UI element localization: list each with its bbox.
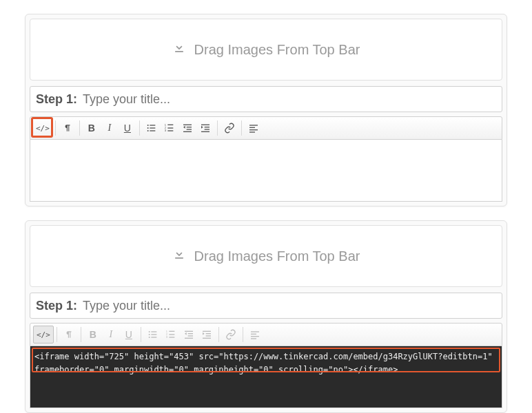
toolbar-separator: [55, 120, 56, 136]
outdent-button[interactable]: [178, 119, 196, 137]
toolbar-separator: [217, 120, 218, 136]
svg-rect-42: [206, 335, 211, 336]
align-left-button[interactable]: [245, 119, 263, 137]
svg-rect-46: [251, 336, 259, 337]
paragraph-button: [60, 326, 78, 343]
svg-rect-37: [188, 333, 193, 334]
drop-zone-label: Drag Images From Top Bar: [194, 248, 360, 264]
svg-rect-1: [150, 125, 155, 125]
outdent-button: [180, 326, 198, 343]
svg-rect-40: [203, 331, 211, 332]
step-title-row: Step 1:: [30, 293, 502, 319]
svg-point-4: [147, 130, 149, 131]
svg-rect-14: [187, 129, 192, 129]
svg-point-0: [147, 125, 149, 126]
toolbar-separator: [81, 327, 81, 342]
unordered-list-button: [144, 326, 162, 343]
svg-rect-39: [185, 338, 193, 339]
italic-button: I: [102, 326, 120, 343]
editor-toolbar: </> B I U 123: [30, 116, 502, 140]
svg-rect-43: [203, 338, 211, 339]
svg-rect-17: [205, 127, 209, 127]
editor-panel: Drag Images From Top Bar Step 1: </> B I…: [25, 220, 507, 413]
svg-rect-27: [151, 334, 156, 335]
step-title-row: Step 1:: [30, 86, 502, 112]
toolbar-separator: [139, 120, 140, 136]
svg-rect-29: [151, 337, 156, 337]
editor-panel: Drag Images From Top Bar Step 1: </> B I…: [25, 14, 507, 206]
svg-point-28: [149, 337, 150, 338]
svg-rect-36: [185, 331, 193, 332]
svg-text:3: 3: [166, 335, 168, 339]
editor-toolbar: </> B I U 123: [30, 323, 502, 346]
code-text: <iframe width="725" height="453" src="ht…: [34, 352, 493, 374]
svg-rect-12: [183, 125, 192, 125]
toolbar-separator: [79, 120, 80, 136]
svg-rect-20: [249, 125, 258, 125]
link-button: [222, 326, 240, 343]
svg-rect-22: [249, 129, 258, 130]
svg-rect-41: [206, 333, 211, 334]
svg-rect-7: [167, 125, 173, 125]
svg-text:3: 3: [165, 129, 167, 132]
svg-rect-9: [167, 127, 173, 128]
svg-rect-18: [205, 129, 209, 129]
svg-point-26: [149, 334, 150, 335]
bold-button: B: [84, 326, 102, 343]
svg-point-24: [149, 331, 150, 332]
toolbar-separator: [141, 327, 141, 342]
code-editor-content[interactable]: <iframe width="725" height="453" src="ht…: [30, 346, 502, 408]
link-button[interactable]: [221, 119, 238, 137]
toolbar-separator: [243, 327, 243, 342]
svg-rect-16: [201, 125, 209, 125]
unordered-list-button[interactable]: [143, 119, 161, 137]
drop-zone-label: Drag Images From Top Bar: [194, 42, 360, 58]
code-view-button[interactable]: </>: [33, 326, 54, 343]
ordered-list-button[interactable]: 123: [161, 119, 178, 137]
toolbar-separator: [218, 327, 219, 342]
editor-content[interactable]: [30, 140, 502, 202]
download-arrow-icon: [172, 41, 186, 59]
svg-rect-44: [251, 331, 259, 332]
svg-rect-31: [169, 331, 174, 332]
svg-rect-19: [201, 131, 209, 132]
svg-rect-21: [249, 127, 255, 128]
svg-rect-3: [150, 127, 155, 128]
toolbar-separator: [57, 327, 57, 342]
toolbar-separator: [241, 120, 242, 136]
code-view-button[interactable]: </>: [33, 119, 52, 137]
image-drop-zone[interactable]: Drag Images From Top Bar: [30, 19, 502, 81]
title-input[interactable]: [83, 92, 496, 107]
italic-button[interactable]: I: [101, 119, 119, 137]
paragraph-button[interactable]: [59, 119, 76, 137]
image-drop-zone[interactable]: Drag Images From Top Bar: [30, 225, 502, 287]
download-arrow-icon: [172, 247, 186, 265]
underline-button[interactable]: U: [119, 119, 136, 137]
svg-rect-35: [169, 337, 174, 337]
step-number-label: Step 1:: [36, 92, 77, 107]
svg-point-2: [147, 127, 149, 129]
step-number-label: Step 1:: [36, 299, 77, 313]
title-input[interactable]: [83, 299, 496, 313]
svg-rect-23: [249, 131, 255, 132]
indent-button[interactable]: [196, 119, 214, 137]
underline-button: U: [120, 326, 138, 343]
svg-rect-33: [169, 334, 174, 335]
indent-button: [198, 326, 216, 343]
svg-rect-38: [188, 335, 193, 336]
svg-rect-5: [150, 130, 155, 131]
ordered-list-button: 123: [162, 326, 180, 343]
align-left-button: [246, 326, 264, 343]
svg-rect-25: [151, 331, 156, 332]
bold-button[interactable]: B: [83, 119, 101, 137]
svg-rect-15: [183, 131, 192, 132]
svg-rect-11: [167, 130, 173, 131]
svg-rect-13: [187, 127, 192, 127]
svg-rect-47: [251, 338, 256, 339]
svg-rect-45: [251, 334, 256, 335]
